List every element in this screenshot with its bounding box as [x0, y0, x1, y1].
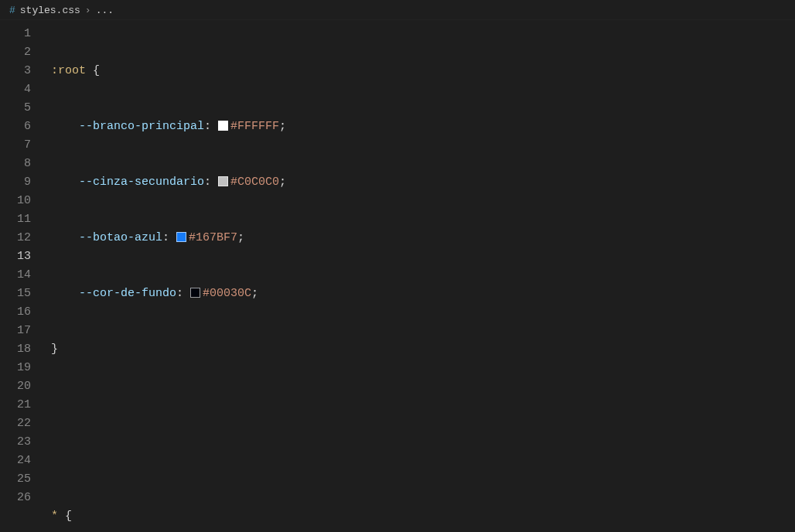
color-swatch-icon[interactable]	[176, 232, 186, 242]
code-line[interactable]: :root {	[51, 62, 795, 80]
code-area[interactable]: :root { --branco-principal: #FFFFFF; --c…	[45, 20, 795, 532]
breadcrumb-rest[interactable]: ...	[96, 5, 114, 16]
code-editor[interactable]: 1234 5678 9101112 13141516 17181920 2122…	[0, 20, 795, 532]
code-line[interactable]: --branco-principal: #FFFFFF;	[51, 118, 795, 136]
color-swatch-icon[interactable]	[218, 176, 228, 186]
css-file-icon: #	[9, 5, 15, 16]
code-line[interactable]: * {	[51, 507, 795, 526]
code-line[interactable]	[51, 452, 795, 470]
code-line[interactable]: --cor-de-fundo: #00030C;	[51, 285, 795, 303]
color-swatch-icon[interactable]	[218, 121, 228, 131]
code-line[interactable]	[51, 396, 795, 414]
code-line[interactable]: }	[51, 340, 795, 359]
color-swatch-icon[interactable]	[190, 288, 200, 298]
breadcrumb-file[interactable]: styles.css	[20, 5, 80, 16]
code-line[interactable]: --botao-azul: #167BF7;	[51, 229, 795, 247]
code-line[interactable]: --cinza-secundario: #C0C0C0;	[51, 173, 795, 192]
chevron-right-icon: ›	[85, 5, 91, 16]
breadcrumb[interactable]: # styles.css › ...	[0, 0, 795, 20]
line-number-gutter[interactable]: 1234 5678 9101112 13141516 17181920 2122…	[0, 20, 45, 532]
